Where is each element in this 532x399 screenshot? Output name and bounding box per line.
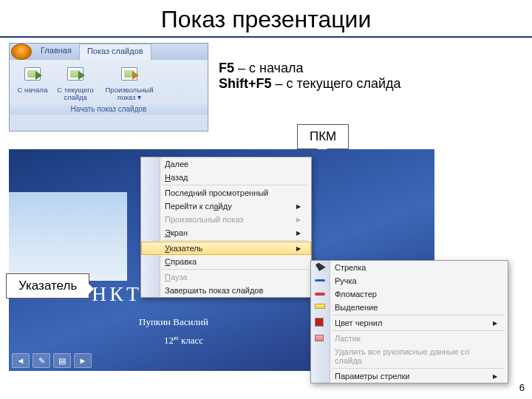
menu-back[interactable]: Назад xyxy=(141,171,311,184)
callout-pkm: ПКМ xyxy=(297,124,349,149)
ribbon-body: С начала С текущего слайда Произвольный … xyxy=(10,60,208,103)
nav-prev-icon[interactable]: ◄ xyxy=(12,353,30,368)
nav-next-icon[interactable]: ► xyxy=(74,353,92,368)
shiftf5-key: Shift+F5 xyxy=(219,76,272,91)
slide-background-sky xyxy=(9,192,127,281)
context-menu: Далее Назад Последний просмотренный Пере… xyxy=(140,157,312,298)
custom-show-button[interactable]: Произвольный показ ▾ xyxy=(97,63,162,103)
menu-screen[interactable]: Экран▶ xyxy=(141,226,311,239)
from-beginning-button[interactable]: С начала xyxy=(11,63,54,103)
custom-show-label: Произвольный показ ▾ xyxy=(98,86,161,102)
from-current-label: С текущего слайда xyxy=(55,86,96,102)
from-current-button[interactable]: С текущего слайда xyxy=(54,63,97,103)
tab-slideshow[interactable]: Показ слайдов xyxy=(79,44,151,60)
nav-pen-icon[interactable]: ✎ xyxy=(33,353,50,368)
menu-help[interactable]: Справка xyxy=(141,255,311,268)
chevron-right-icon: ▶ xyxy=(493,373,497,380)
submenu-arrow[interactable]: Стрелка xyxy=(311,261,508,274)
menu-custom-show: Произвольный показ▶ xyxy=(141,213,311,226)
nav-menu-icon[interactable]: ▤ xyxy=(53,353,71,368)
ribbon-tabs: Главная Показ слайдов xyxy=(10,44,208,60)
chevron-right-icon: ▶ xyxy=(296,216,301,223)
eraser-icon xyxy=(315,333,327,344)
pen-icon xyxy=(315,276,327,286)
pointer-submenu: Стрелка Ручка Фломастер Выделение Цвет ч… xyxy=(310,260,508,383)
menu-next[interactable]: Далее xyxy=(141,157,311,171)
ribbon: Главная Показ слайдов С начала С текущег… xyxy=(9,43,208,132)
page-number: 6 xyxy=(519,382,525,393)
submenu-ink-color[interactable]: Цвет чернил▶ xyxy=(311,316,508,330)
ribbon-group-label: Начать показ слайдов xyxy=(10,103,208,115)
chevron-right-icon: ▶ xyxy=(296,203,301,210)
f5-key: F5 xyxy=(219,61,234,75)
chevron-right-icon: ▶ xyxy=(493,320,497,327)
shiftf5-text: – с текущего слайда xyxy=(272,76,401,91)
slide-grade: 12ю класс xyxy=(164,334,203,347)
menu-last-viewed[interactable]: Последний просмотренный xyxy=(141,186,311,200)
submenu-arrow-options[interactable]: Параметры стрелки▶ xyxy=(311,369,508,383)
menu-end-show[interactable]: Завершить показ слайдов xyxy=(141,284,311,297)
cursor-arrow-icon xyxy=(315,262,327,273)
submenu-erase-all: Удалить все рукописные данные со слайда xyxy=(311,345,508,367)
submenu-pen[interactable]: Ручка xyxy=(311,274,508,287)
instructions: F5 – с начала Shift+F5 – с текущего слай… xyxy=(219,61,401,92)
submenu-eraser: Ластик xyxy=(311,332,508,345)
highlighter-icon xyxy=(315,302,327,313)
from-beginning-label: С начала xyxy=(12,86,53,94)
menu-pause: Пауза xyxy=(141,270,311,284)
slideshow-nav: ◄ ✎ ▤ ► xyxy=(12,353,92,368)
submenu-highlighter[interactable]: Выделение xyxy=(311,301,508,314)
f5-text: – с начала xyxy=(234,61,303,75)
chevron-right-icon: ▶ xyxy=(296,230,301,236)
felt-pen-icon xyxy=(315,289,327,299)
chevron-right-icon: ▶ xyxy=(296,245,301,252)
menu-pointer[interactable]: Указатель▶ xyxy=(141,242,311,255)
page-title: Показ презентации xyxy=(0,0,532,38)
callout-pointer: Указатель xyxy=(6,273,89,299)
office-button-icon[interactable] xyxy=(11,44,32,60)
color-swatch-icon xyxy=(315,318,327,328)
slide-author: Пупкин Василий xyxy=(139,316,208,328)
menu-goto-slide[interactable]: Перейти к слайду▶ xyxy=(141,200,311,213)
submenu-felt-pen[interactable]: Фломастер xyxy=(311,287,508,301)
tab-home[interactable]: Главная xyxy=(33,44,79,60)
